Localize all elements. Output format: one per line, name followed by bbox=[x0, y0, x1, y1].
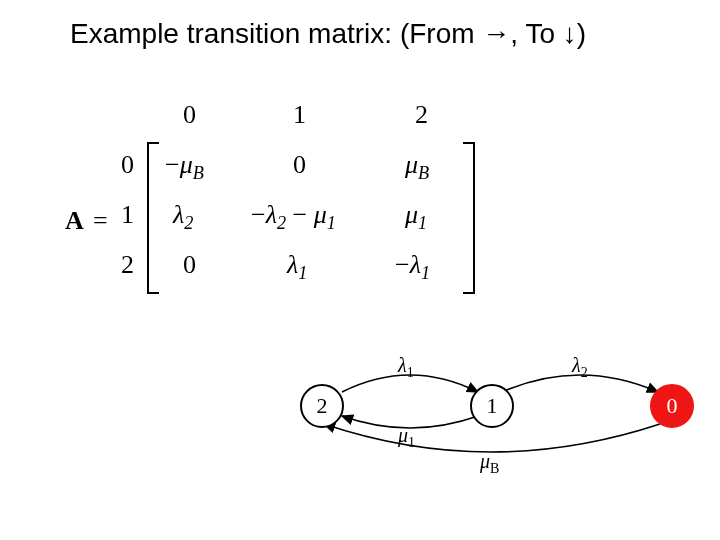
cell-2-0: 0 bbox=[183, 250, 196, 280]
cell-2-2: −λ1 bbox=[395, 250, 430, 280]
col-header-0: 0 bbox=[183, 100, 196, 130]
matrix-symbol: A bbox=[65, 206, 84, 236]
title-mid: , To bbox=[510, 18, 562, 49]
edge-label-mu1: μ1 bbox=[398, 424, 415, 447]
equals-sign: = bbox=[93, 206, 108, 236]
edge-label-mub: μB bbox=[480, 450, 499, 473]
arrow-down-icon: ↓ bbox=[563, 18, 577, 49]
edge-label-lambda2: λ2 bbox=[572, 354, 588, 377]
cell-2-1: λ1 bbox=[287, 250, 307, 280]
arrow-right-icon: → bbox=[482, 18, 510, 49]
cell-1-1: −λ2 − μ1 bbox=[251, 200, 336, 230]
cell-0-1: 0 bbox=[293, 150, 306, 180]
page-title: Example transition matrix: (From →, To ↓… bbox=[70, 18, 586, 50]
col-header-1: 1 bbox=[293, 100, 306, 130]
row-header-0: 0 bbox=[121, 150, 134, 180]
cell-1-2: μ1 bbox=[405, 200, 427, 230]
col-header-2: 2 bbox=[415, 100, 428, 130]
row-header-2: 2 bbox=[121, 250, 134, 280]
bracket-left-icon bbox=[147, 142, 159, 294]
cell-0-2: μB bbox=[405, 150, 429, 180]
bracket-right-icon bbox=[463, 142, 475, 294]
title-suffix: ) bbox=[577, 18, 586, 49]
state-diagram: 2 1 0 λ1 λ2 μ1 μB bbox=[280, 350, 710, 470]
state-node-0: 0 bbox=[650, 384, 694, 428]
row-header-1: 1 bbox=[121, 200, 134, 230]
cell-1-0: λ2 bbox=[173, 200, 193, 230]
edge-label-lambda1: λ1 bbox=[398, 354, 414, 377]
title-prefix: Example transition matrix: (From bbox=[70, 18, 482, 49]
cell-0-0: −μB bbox=[165, 150, 204, 180]
state-node-1: 1 bbox=[470, 384, 514, 428]
state-node-2: 2 bbox=[300, 384, 344, 428]
